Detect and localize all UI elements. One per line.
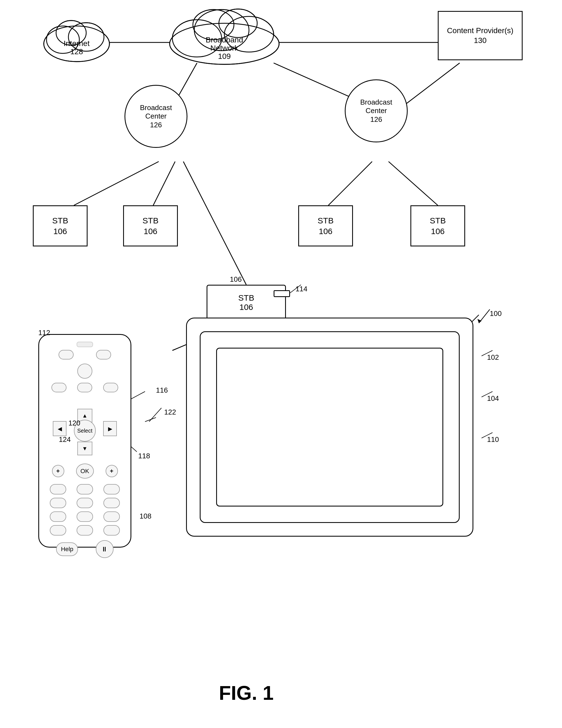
btn-n11[interactable] [77, 525, 93, 536]
btn-n2[interactable] [77, 484, 93, 494]
dpad-left[interactable]: ◀ [53, 421, 67, 436]
remote-btn-1[interactable] [59, 350, 74, 359]
btn-n6[interactable] [103, 498, 120, 508]
remote-btn-3[interactable] [51, 383, 67, 392]
svg-text:Internet: Internet [64, 39, 90, 48]
content-provider-id: 130 [474, 36, 487, 45]
stb-right-2: STB 106 [410, 205, 465, 246]
remote-btn-4[interactable] [77, 383, 92, 392]
svg-marker-63 [477, 319, 482, 323]
ok-btn[interactable]: OK [76, 464, 94, 479]
svg-line-6 [153, 162, 175, 205]
btn-n1[interactable] [50, 484, 66, 494]
tv-inner-screen [216, 348, 443, 507]
svg-text:109: 109 [218, 52, 231, 61]
left-arrow-label: 120 [68, 419, 80, 427]
svg-text:Broadband: Broadband [206, 36, 243, 44]
up-arrow-label: 116 [156, 386, 168, 395]
remote-power-btn[interactable] [77, 364, 93, 379]
down-arrow-label: 118 [138, 452, 150, 460]
internet-cloud: Internet 128 [38, 8, 115, 63]
btn-n4[interactable] [50, 498, 66, 508]
btn-n7[interactable] [50, 511, 66, 522]
svg-line-9 [183, 162, 246, 285]
remote-numpad-r3 [39, 511, 131, 522]
pause-btn[interactable]: ⏸ [96, 540, 114, 558]
content-provider-label: Content Provider(s) [447, 26, 514, 36]
remote-bottom-row: Help ⏸ [39, 540, 131, 558]
btn-n5[interactable] [77, 498, 93, 508]
stb-left-1: STB 106 [33, 205, 88, 246]
svg-line-14 [145, 418, 156, 422]
btn-n9[interactable] [103, 511, 120, 522]
remote-numpad-r4 [39, 525, 131, 536]
btn-n10[interactable] [50, 525, 66, 536]
remote-id-label: 108 [140, 512, 151, 520]
remote-plus-1[interactable]: + [52, 465, 64, 477]
system-arrow [473, 307, 495, 329]
stb-wire-label: 106 [230, 275, 242, 284]
btn-n3[interactable] [103, 484, 120, 494]
stb-left-2: STB 106 [123, 205, 178, 246]
remote-top-buttons [39, 350, 131, 359]
remote-label: 112 [38, 329, 50, 337]
broadcast-center-right: BroadcastCenter126 [345, 79, 408, 142]
remote-plus-2[interactable]: + [106, 465, 118, 477]
svg-text:Network: Network [211, 44, 239, 52]
remote-btn-2[interactable] [96, 350, 111, 359]
svg-line-8 [388, 162, 438, 205]
tv-screen-label: 104 [487, 394, 499, 403]
svg-line-7 [328, 162, 372, 205]
svg-line-4 [402, 63, 460, 107]
remote-numpad-r2 [39, 498, 131, 508]
diagram-container: Internet 128 Broadband Network 109 Conte… [0, 0, 562, 728]
remote-row-2 [39, 383, 131, 392]
label-124: 124 [59, 435, 71, 444]
stb-port [274, 290, 290, 297]
remote-btn-5[interactable] [103, 383, 118, 392]
figure-label: FIG. 1 [219, 682, 274, 704]
remote-numpad-r1 [39, 484, 131, 494]
stb-port-label: 114 [295, 285, 307, 293]
tv-inner-label: 110 [487, 435, 499, 444]
dpad-right[interactable]: ▶ [103, 421, 117, 436]
svg-line-5 [74, 162, 159, 205]
svg-text:128: 128 [70, 47, 83, 56]
svg-line-17 [149, 408, 162, 422]
stb-right-1: STB 106 [298, 205, 353, 246]
broadcast-center-left: BroadcastCenter126 [125, 85, 188, 148]
btn-n12[interactable] [103, 525, 120, 536]
remote-top-grille [77, 342, 93, 347]
btn-n8[interactable] [77, 511, 93, 522]
tv-outer-label: 102 [487, 353, 499, 362]
dpad-down[interactable]: ▼ [77, 442, 93, 455]
help-btn[interactable]: Help [56, 542, 78, 556]
right-arrow-label: 122 [164, 408, 176, 416]
remote-control: ▲ ◀ Select ▶ ▼ + OK + [38, 334, 131, 548]
content-provider-box: Content Provider(s) 130 [438, 11, 523, 60]
remote-ok-row: + OK + [39, 464, 131, 479]
broadband-cloud: Broadband Network 109 [159, 3, 290, 68]
